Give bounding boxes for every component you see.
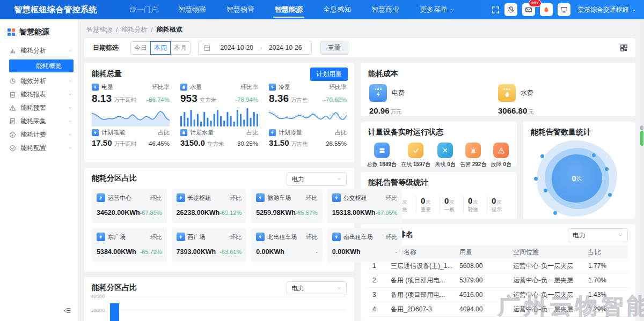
siren-icon [465, 143, 481, 158]
nav-item-smart-iot[interactable]: 智慧物联 [168, 0, 216, 19]
warning-triangle-icon [493, 143, 509, 158]
fullscreen-icon[interactable] [492, 6, 500, 14]
sidebar-collapse-button[interactable] [63, 307, 71, 315]
device-stat-offline: 离线 0台 [435, 143, 455, 168]
table-header-row: 序号 表计名称 用量 空间位置 占比 [368, 245, 628, 259]
partition-tile-north-taxi: 北出租车场环比 0.00KWh- [251, 228, 323, 262]
nav-item-holographic[interactable]: 全息感知 [313, 0, 361, 19]
electric-meter-icon [92, 84, 99, 91]
nav-item-smart-property[interactable]: 智慧物管 [216, 0, 265, 19]
device-stat-fault: 故障 0台 [491, 143, 511, 168]
energy-cost-card: 能耗成本 电费 20.96万元 水费 [361, 63, 635, 116]
chevron-up-icon [68, 48, 72, 53]
nav-item-smart-energy[interactable]: 智慧能源 [265, 0, 313, 19]
plan-cooling-icon [269, 129, 276, 136]
nav-item-unified-portal[interactable]: 统一门户 [120, 0, 168, 19]
server-icon [374, 143, 390, 158]
sidebar-item-efficiency-analysis[interactable]: 能效分析 [0, 74, 78, 88]
partition-tile-tourist-parking: 旅游车场环比 5259.98KWh-65.57% [251, 189, 323, 223]
chevron-down-icon [68, 146, 72, 151]
scrollbar-track[interactable] [640, 19, 644, 321]
chevron-down-icon [68, 79, 72, 84]
chevron-down-icon [336, 176, 342, 182]
module-grid-icon [8, 28, 15, 36]
plan-electricity: 计划电能 占比 17.50 万千瓦时 46.45% [92, 126, 170, 148]
reset-button[interactable]: 重置 [320, 41, 348, 55]
date-range-input[interactable]: 2024-10-20 - 2024-10-26 [198, 41, 312, 55]
sidebar-item-energy-config[interactable]: 能耗配置 [0, 141, 78, 155]
bar-operations-center[interactable] [110, 303, 119, 321]
sidebar-item-energy-billing[interactable]: 能耗计费 [0, 128, 78, 141]
sidebar-subitem-energy-overview[interactable]: 能耗概览 [9, 59, 74, 72]
layout-grid-icon[interactable] [620, 44, 628, 52]
plan-electric-icon [92, 129, 99, 136]
site-selector[interactable]: 棠溪综合交通枢纽 [577, 5, 636, 14]
monitor-icon [560, 6, 568, 13]
chevron-down-icon [68, 119, 72, 124]
alarm-level-general: 0次 一般 [440, 196, 463, 213]
electric-fee-icon [369, 84, 387, 102]
date-filter-label: 日期筛选 [93, 43, 119, 53]
check-icon [408, 143, 423, 158]
scatter-dot [544, 189, 547, 192]
breadcrumb-item[interactable]: 能耗分析 [121, 25, 147, 34]
electric-meter-icon [256, 233, 265, 241]
alarm-button[interactable] [540, 3, 553, 16]
card-title: 能耗分区占比 [92, 174, 137, 182]
sidebar-item-energy-collection[interactable]: 能耗采集 [0, 115, 78, 128]
nav-item-smart-business[interactable]: 智慧商业 [361, 0, 409, 19]
filter-today-button[interactable]: 今日 [130, 41, 151, 55]
sidebar-item-energy-analysis[interactable]: 能耗分析 [0, 44, 78, 57]
breadcrumb-separator: / [151, 26, 152, 34]
message-button[interactable]: 99+ [522, 3, 535, 16]
breadcrumb-current: 能耗概览 [157, 25, 182, 34]
plan-usage-button[interactable]: 计划用量 [310, 68, 348, 81]
sidebar-item-energy-report[interactable]: 能耗报表 [0, 88, 78, 101]
nav-item-more-menu[interactable]: 更多菜单 [409, 0, 465, 19]
sidebar-item-energy-warning[interactable]: 能耗预警 [0, 101, 78, 115]
partition-tile-bus-hub: 公交枢纽环比 15318.00KWh-67.05% [327, 189, 402, 223]
plan-water-icon [180, 129, 187, 136]
filter-month-button[interactable]: 本月 [170, 41, 191, 55]
table-row[interactable]: 3备用 (项目部用电... 4516.00运营中心-负一层夹层 1.43% [368, 288, 628, 302]
card-title: 能耗分区占比 [92, 283, 137, 292]
y-tick-label: 30000 [91, 307, 105, 313]
scatter-dot [540, 154, 544, 158]
currency-icon [9, 131, 16, 138]
device-status-card: 计量设备实时运行状态 总数 1889台 在线 1597台 离线 0台 告警 29… [361, 122, 517, 167]
filter-week-button[interactable]: 本周 [150, 41, 171, 55]
table-row[interactable]: 4备用_2D607-3 4094.00运营中心-负一层夹层 1.29% [368, 302, 628, 317]
notification-mute-button[interactable] [504, 3, 517, 16]
partition-energy-select[interactable]: 电力 [287, 172, 347, 186]
ranking-energy-select[interactable]: 电力 [568, 228, 628, 242]
cooling-trend-chart [269, 106, 347, 126]
date-end-value: 2024-10-26 [265, 44, 307, 51]
chevron-down-icon [68, 92, 72, 97]
scatter-dot [608, 193, 612, 197]
top-navbar: 智慧枢纽综合管控系统 统一门户 智慧物联 智慧物管 智慧能源 全息感知 智慧商业… [0, 0, 644, 19]
water-fee-icon [498, 84, 516, 102]
date-start-value: 2024-10-20 [216, 44, 258, 51]
more-menu-label: 更多菜单 [420, 5, 448, 14]
table-row[interactable]: 1三层通信设备(主)_1... 5608.00运营中心-负一层夹层 1.77% [368, 259, 628, 273]
chevron-down-icon [336, 286, 342, 291]
water-meter-icon [180, 84, 187, 91]
app-title: 智慧枢纽综合管控系统 [14, 5, 97, 15]
chevron-down-icon [68, 106, 72, 110]
mail-icon [525, 6, 532, 13]
scrollbar-thumb[interactable] [640, 131, 643, 146]
energy-total-card: 能耗总量 计划用量 电量 环比率 8.13 万千瓦时 -66.74% [84, 63, 354, 162]
flame-icon [543, 6, 550, 13]
chart-energy-select[interactable]: 电力 [287, 281, 347, 295]
table-row[interactable]: 2备用 (项目部用电... 5379.00运营中心-负一层夹层 1.70% [368, 273, 628, 288]
bar-chart-icon [9, 47, 16, 54]
device-stat-alarm: 告警 292台 [460, 143, 486, 168]
warning-triangle-icon [9, 104, 16, 111]
electric-meter-icon [332, 233, 341, 241]
scatter-dot [592, 153, 596, 157]
breadcrumb-item[interactable]: 智慧能源 [86, 25, 112, 34]
y-tick-label: 40000 [91, 293, 105, 299]
monitor-button[interactable] [558, 3, 570, 16]
chevron-down-icon [450, 7, 455, 12]
electric-meter-icon [177, 193, 185, 202]
